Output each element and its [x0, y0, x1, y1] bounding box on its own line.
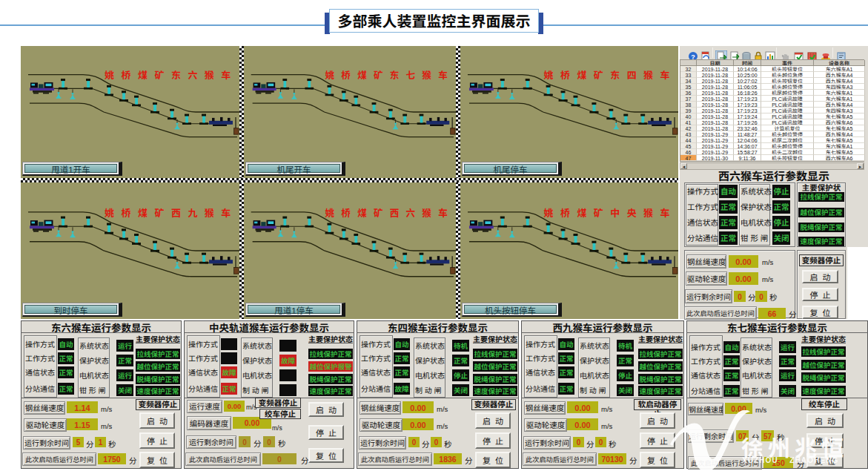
svg-text:姚桥煤矿中央猴车: 姚桥煤矿中央猴车 [544, 205, 677, 220]
svg-text:姚桥煤矿东七猴车: 姚桥煤矿东七猴车 [325, 68, 454, 82]
svg-text:姚桥煤矿西六猴车: 姚桥煤矿西六猴车 [325, 205, 454, 220]
svg-text:姚桥煤矿西九猴车: 姚桥煤矿西九猴车 [105, 205, 238, 220]
svg-text:姚桥煤矿东六猴车: 姚桥煤矿东六猴车 [105, 68, 238, 82]
svg-text:姚桥煤矿东四猴车: 姚桥煤矿东四猴车 [544, 68, 677, 82]
